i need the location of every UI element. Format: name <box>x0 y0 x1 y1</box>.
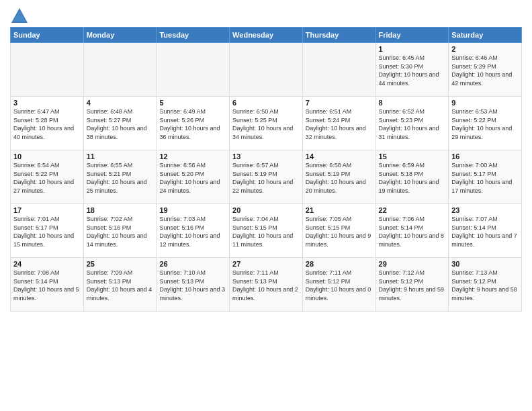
day-number: 10 <box>13 152 81 161</box>
week-row-3: 17Sunrise: 7:01 AM Sunset: 5:17 PM Dayli… <box>11 204 522 258</box>
day-number: 8 <box>379 99 446 107</box>
calendar-body: 1Sunrise: 6:45 AM Sunset: 5:30 PM Daylig… <box>11 43 522 312</box>
day-info: Sunrise: 7:08 AM Sunset: 5:14 PM Dayligh… <box>13 269 81 302</box>
day-number: 19 <box>159 206 226 214</box>
day-info: Sunrise: 7:12 AM Sunset: 5:12 PM Dayligh… <box>379 269 446 302</box>
day-cell: 20Sunrise: 7:04 AM Sunset: 5:15 PM Dayli… <box>230 204 303 258</box>
day-info: Sunrise: 6:49 AM Sunset: 5:26 PM Dayligh… <box>159 107 226 141</box>
day-cell: 26Sunrise: 7:10 AM Sunset: 5:13 PM Dayli… <box>157 258 230 312</box>
day-info: Sunrise: 7:05 AM Sunset: 5:15 PM Dayligh… <box>306 215 373 248</box>
day-cell: 30Sunrise: 7:13 AM Sunset: 5:12 PM Dayli… <box>449 258 522 312</box>
day-info: Sunrise: 6:53 AM Sunset: 5:22 PM Dayligh… <box>451 107 519 141</box>
day-info: Sunrise: 7:00 AM Sunset: 5:17 PM Dayligh… <box>451 161 519 195</box>
day-info: Sunrise: 6:48 AM Sunset: 5:27 PM Dayligh… <box>87 107 154 141</box>
day-cell: 28Sunrise: 7:11 AM Sunset: 5:12 PM Dayli… <box>302 258 375 312</box>
day-info: Sunrise: 6:55 AM Sunset: 5:21 PM Dayligh… <box>87 161 154 195</box>
day-info: Sunrise: 6:54 AM Sunset: 5:22 PM Dayligh… <box>13 161 81 195</box>
day-cell: 24Sunrise: 7:08 AM Sunset: 5:14 PM Dayli… <box>11 258 84 312</box>
day-cell: 17Sunrise: 7:01 AM Sunset: 5:17 PM Dayli… <box>11 204 84 258</box>
header <box>10 7 522 26</box>
day-header-wednesday: Wednesday <box>230 28 303 43</box>
day-header-saturday: Saturday <box>449 28 522 43</box>
day-number: 27 <box>232 260 300 268</box>
day-cell: 9Sunrise: 6:53 AM Sunset: 5:22 PM Daylig… <box>449 97 522 150</box>
week-row-2: 10Sunrise: 6:54 AM Sunset: 5:22 PM Dayli… <box>11 150 522 204</box>
day-number: 24 <box>13 260 81 268</box>
day-header-tuesday: Tuesday <box>157 28 230 43</box>
day-number: 17 <box>13 206 81 214</box>
day-number: 3 <box>13 99 81 107</box>
day-cell <box>83 43 157 97</box>
day-number: 2 <box>451 45 519 53</box>
day-info: Sunrise: 6:47 AM Sunset: 5:28 PM Dayligh… <box>13 107 81 141</box>
day-number: 1 <box>379 45 446 53</box>
day-cell <box>157 43 230 97</box>
day-cell: 21Sunrise: 7:05 AM Sunset: 5:15 PM Dayli… <box>302 204 375 258</box>
day-cell: 16Sunrise: 7:00 AM Sunset: 5:17 PM Dayli… <box>449 150 522 204</box>
day-number: 9 <box>451 99 519 107</box>
svg-marker-1 <box>13 11 26 21</box>
day-cell: 8Sunrise: 6:52 AM Sunset: 5:23 PM Daylig… <box>375 97 449 150</box>
day-number: 30 <box>451 260 519 268</box>
logo-icon <box>10 7 29 26</box>
day-cell: 23Sunrise: 7:07 AM Sunset: 5:14 PM Dayli… <box>449 204 522 258</box>
day-info: Sunrise: 6:58 AM Sunset: 5:19 PM Dayligh… <box>306 161 373 195</box>
week-row-0: 1Sunrise: 6:45 AM Sunset: 5:30 PM Daylig… <box>11 43 522 97</box>
logo <box>10 7 32 26</box>
calendar-header: SundayMondayTuesdayWednesdayThursdayFrid… <box>11 28 522 43</box>
calendar-table: SundayMondayTuesdayWednesdayThursdayFrid… <box>10 27 522 312</box>
day-info: Sunrise: 7:07 AM Sunset: 5:14 PM Dayligh… <box>451 215 519 248</box>
day-info: Sunrise: 6:52 AM Sunset: 5:23 PM Dayligh… <box>379 107 446 141</box>
day-info: Sunrise: 6:57 AM Sunset: 5:19 PM Dayligh… <box>232 161 300 195</box>
day-number: 26 <box>159 260 226 268</box>
day-number: 21 <box>306 206 373 214</box>
day-info: Sunrise: 7:11 AM Sunset: 5:13 PM Dayligh… <box>232 269 300 302</box>
day-number: 5 <box>159 99 226 107</box>
day-info: Sunrise: 6:51 AM Sunset: 5:24 PM Dayligh… <box>306 107 373 141</box>
day-cell <box>302 43 375 97</box>
day-number: 20 <box>232 206 300 214</box>
day-info: Sunrise: 6:45 AM Sunset: 5:30 PM Dayligh… <box>379 54 446 87</box>
day-info: Sunrise: 6:46 AM Sunset: 5:29 PM Dayligh… <box>451 54 519 87</box>
day-cell: 18Sunrise: 7:02 AM Sunset: 5:16 PM Dayli… <box>83 204 157 258</box>
day-cell: 3Sunrise: 6:47 AM Sunset: 5:28 PM Daylig… <box>11 97 84 150</box>
day-number: 12 <box>159 152 226 161</box>
day-number: 7 <box>306 99 373 107</box>
day-number: 29 <box>379 260 446 268</box>
day-header-monday: Monday <box>83 28 157 43</box>
header-row: SundayMondayTuesdayWednesdayThursdayFrid… <box>11 28 522 43</box>
day-number: 18 <box>87 206 154 214</box>
day-number: 6 <box>232 99 300 107</box>
day-cell: 27Sunrise: 7:11 AM Sunset: 5:13 PM Dayli… <box>230 258 303 312</box>
day-info: Sunrise: 7:13 AM Sunset: 5:12 PM Dayligh… <box>451 269 519 302</box>
day-cell <box>230 43 303 97</box>
day-number: 25 <box>87 260 154 268</box>
day-info: Sunrise: 7:01 AM Sunset: 5:17 PM Dayligh… <box>13 215 81 248</box>
day-header-friday: Friday <box>375 28 449 43</box>
day-cell: 12Sunrise: 6:56 AM Sunset: 5:20 PM Dayli… <box>157 150 230 204</box>
day-cell: 13Sunrise: 6:57 AM Sunset: 5:19 PM Dayli… <box>230 150 303 204</box>
day-number: 22 <box>379 206 446 214</box>
day-info: Sunrise: 7:06 AM Sunset: 5:14 PM Dayligh… <box>379 215 446 248</box>
day-cell: 1Sunrise: 6:45 AM Sunset: 5:30 PM Daylig… <box>375 43 449 97</box>
day-info: Sunrise: 7:03 AM Sunset: 5:16 PM Dayligh… <box>159 215 226 248</box>
day-cell: 15Sunrise: 6:59 AM Sunset: 5:18 PM Dayli… <box>375 150 449 204</box>
day-number: 15 <box>379 152 446 161</box>
day-cell: 19Sunrise: 7:03 AM Sunset: 5:16 PM Dayli… <box>157 204 230 258</box>
day-header-sunday: Sunday <box>11 28 84 43</box>
day-number: 11 <box>87 152 154 161</box>
day-cell: 6Sunrise: 6:50 AM Sunset: 5:25 PM Daylig… <box>230 97 303 150</box>
day-cell: 2Sunrise: 6:46 AM Sunset: 5:29 PM Daylig… <box>449 43 522 97</box>
day-number: 4 <box>87 99 154 107</box>
day-cell <box>11 43 84 97</box>
day-number: 13 <box>232 152 300 161</box>
day-number: 28 <box>306 260 373 268</box>
day-info: Sunrise: 6:50 AM Sunset: 5:25 PM Dayligh… <box>232 107 300 141</box>
day-info: Sunrise: 7:10 AM Sunset: 5:13 PM Dayligh… <box>159 269 226 302</box>
week-row-1: 3Sunrise: 6:47 AM Sunset: 5:28 PM Daylig… <box>11 97 522 150</box>
day-cell: 25Sunrise: 7:09 AM Sunset: 5:13 PM Dayli… <box>83 258 157 312</box>
day-number: 14 <box>306 152 373 161</box>
day-cell: 5Sunrise: 6:49 AM Sunset: 5:26 PM Daylig… <box>157 97 230 150</box>
day-cell: 7Sunrise: 6:51 AM Sunset: 5:24 PM Daylig… <box>302 97 375 150</box>
day-info: Sunrise: 7:04 AM Sunset: 5:15 PM Dayligh… <box>232 215 300 248</box>
